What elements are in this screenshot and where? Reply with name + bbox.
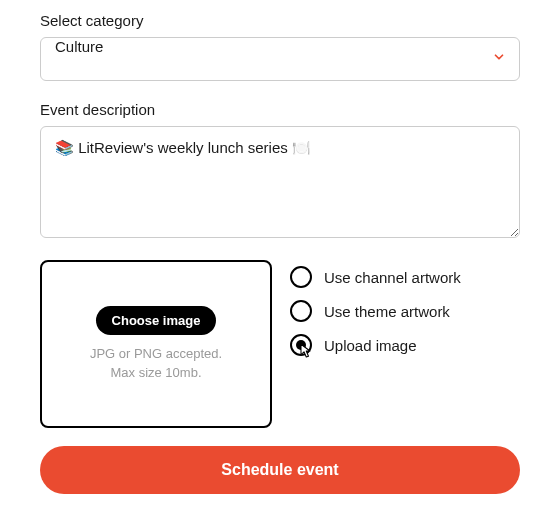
- radio-icon: [290, 334, 312, 356]
- radio-label: Use channel artwork: [324, 269, 461, 286]
- description-textarea[interactable]: [40, 126, 520, 238]
- category-label: Select category: [40, 12, 520, 29]
- image-row: Choose image JPG or PNG accepted. Max si…: [40, 260, 520, 428]
- radio-icon: [290, 266, 312, 288]
- radio-channel-artwork[interactable]: Use channel artwork: [290, 266, 461, 288]
- radio-label: Upload image: [324, 337, 417, 354]
- category-select-wrap[interactable]: Culture: [40, 37, 520, 81]
- category-select[interactable]: Culture: [40, 37, 520, 81]
- dropzone-hint: JPG or PNG accepted. Max size 10mb.: [90, 345, 222, 381]
- description-label: Event description: [40, 101, 520, 118]
- artwork-radio-group: Use channel artwork Use theme artwork Up…: [290, 260, 461, 428]
- radio-label: Use theme artwork: [324, 303, 450, 320]
- schedule-event-button[interactable]: Schedule event: [40, 446, 520, 494]
- dropzone-hint-line1: JPG or PNG accepted.: [90, 345, 222, 363]
- radio-icon: [290, 300, 312, 322]
- choose-image-button[interactable]: Choose image: [96, 306, 217, 335]
- radio-upload-image[interactable]: Upload image: [290, 334, 461, 356]
- cursor-icon: [295, 342, 313, 364]
- radio-theme-artwork[interactable]: Use theme artwork: [290, 300, 461, 322]
- dropzone-hint-line2: Max size 10mb.: [90, 364, 222, 382]
- image-dropzone[interactable]: Choose image JPG or PNG accepted. Max si…: [40, 260, 272, 428]
